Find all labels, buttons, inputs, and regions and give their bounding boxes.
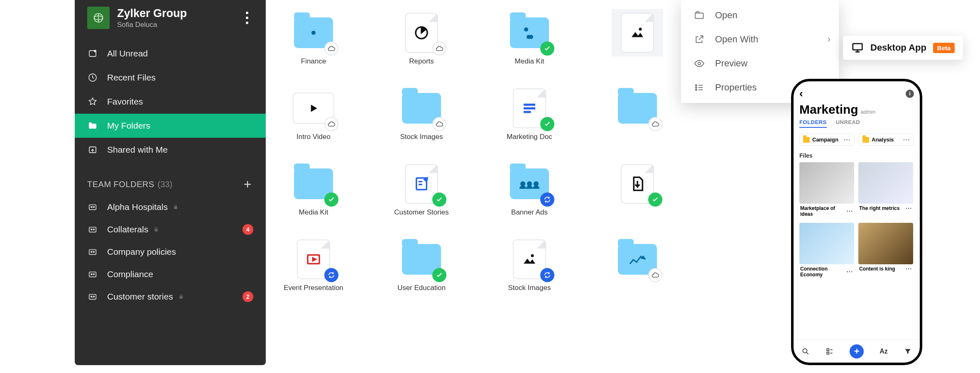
svg-point-19 xyxy=(91,296,92,297)
nav-label: Shared with Me xyxy=(107,145,168,155)
mobile-card[interactable]: The right metrics··· xyxy=(858,162,913,219)
desktop-app-submenu[interactable]: Desktop App Beta xyxy=(843,36,963,60)
sort-button[interactable]: Az xyxy=(880,348,888,355)
file-thumb xyxy=(292,164,335,203)
team-folder-icon xyxy=(87,269,98,280)
team-item-label: Alpha Hospitals xyxy=(107,202,168,212)
syncing-badge xyxy=(540,193,554,207)
share-icon xyxy=(87,144,98,155)
team-item-compliance[interactable]: Compliance xyxy=(75,263,266,285)
chip-campaign[interactable]: Campaign··· xyxy=(799,134,855,146)
list-icon xyxy=(693,82,705,93)
ctx-label: Preview xyxy=(715,58,747,69)
mobile-card[interactable]: Content is king··· xyxy=(858,223,913,279)
tab-unread[interactable]: UNREAD xyxy=(836,119,860,128)
file-item[interactable]: Event Presentation xyxy=(282,240,345,292)
team-item-company-policies[interactable]: Company policies xyxy=(75,241,266,263)
ctx-open[interactable]: Open xyxy=(681,3,839,27)
svg-point-10 xyxy=(91,229,92,230)
ctx-preview[interactable]: Preview xyxy=(681,51,839,76)
ctx-open-with[interactable]: Open With › xyxy=(681,27,839,51)
filter-icon[interactable] xyxy=(904,347,912,356)
team-folder-icon xyxy=(87,246,98,257)
chevron-right-icon: › xyxy=(828,34,831,45)
chip-analysis[interactable]: Analysis··· xyxy=(859,134,914,146)
file-item[interactable]: Intro Video xyxy=(282,89,345,141)
file-item[interactable]: Finance xyxy=(282,13,345,66)
file-item[interactable]: Stock Images xyxy=(390,89,453,141)
team-item-label: Compliance xyxy=(107,269,153,279)
svg-point-16 xyxy=(91,274,92,275)
chip-more[interactable]: ··· xyxy=(903,137,910,143)
card-more[interactable]: ··· xyxy=(847,208,853,214)
file-thumb xyxy=(508,13,551,52)
sidebar-more-button[interactable] xyxy=(241,12,253,24)
svg-rect-15 xyxy=(89,272,96,277)
nav-favorites[interactable]: Favorites xyxy=(75,90,266,114)
nav-shared-with-me[interactable]: Shared with Me xyxy=(75,138,266,162)
svg-point-17 xyxy=(93,274,94,275)
svg-point-13 xyxy=(91,251,92,253)
add-button[interactable]: + xyxy=(850,344,864,358)
mobile-tabs: FOLDERS UNREAD xyxy=(794,117,920,132)
lock-icon xyxy=(173,204,179,210)
file-item[interactable]: Media Kit xyxy=(498,13,561,66)
file-item[interactable] xyxy=(606,13,669,66)
mobile-card[interactable]: Marketplace of ideas··· xyxy=(799,162,854,219)
synced-badge xyxy=(432,193,446,207)
chip-more[interactable]: ··· xyxy=(844,137,851,143)
nav-recent-files[interactable]: Recent Files xyxy=(75,66,266,90)
synced-badge xyxy=(432,268,446,282)
file-item[interactable]: Media Kit xyxy=(282,164,345,217)
chip-label: Analysis xyxy=(872,137,894,143)
add-team-folder-button[interactable]: + xyxy=(242,178,253,190)
user-name: Sofia Deluca xyxy=(117,21,241,29)
svg-point-3 xyxy=(94,50,96,52)
file-thumb xyxy=(508,89,551,128)
unread-badge: 2 xyxy=(243,291,253,302)
mobile-card[interactable]: Connection Economy··· xyxy=(799,223,854,279)
file-item[interactable] xyxy=(606,240,669,292)
file-item[interactable] xyxy=(606,164,669,217)
cloud-badge xyxy=(432,41,446,56)
svg-point-14 xyxy=(93,251,94,253)
file-label: Finance xyxy=(301,57,326,66)
nav-all-unread[interactable]: All Unread xyxy=(75,41,266,66)
nav-my-folders[interactable]: My Folders xyxy=(75,114,266,138)
cloud-badge xyxy=(432,117,446,131)
team-item-customer-stories[interactable]: Customer stories 2 xyxy=(75,285,266,308)
card-thumbnail xyxy=(858,223,913,264)
file-label: Customer Stories xyxy=(394,208,448,217)
card-more[interactable]: ··· xyxy=(906,266,912,272)
file-item[interactable]: Reports xyxy=(390,13,453,66)
view-toggle-icon[interactable] xyxy=(826,347,834,356)
file-item[interactable]: Banner Ads xyxy=(498,164,561,217)
mobile-preview: ‹ i Marketingadmin FOLDERS UNREAD Campai… xyxy=(791,79,922,365)
files-section-label: Files xyxy=(794,150,920,161)
file-item[interactable]: Customer Stories xyxy=(390,164,453,217)
search-icon[interactable] xyxy=(801,347,810,356)
card-more[interactable]: ··· xyxy=(847,269,853,275)
cloud-badge xyxy=(324,117,338,131)
lock-icon xyxy=(178,294,184,300)
card-more[interactable]: ··· xyxy=(906,205,912,211)
team-item-collaterals[interactable]: Collaterals 4 xyxy=(75,218,266,241)
file-grid: FinanceReportsMedia KitIntro VideoStock … xyxy=(282,13,698,292)
file-label: User Education xyxy=(397,284,446,292)
back-button[interactable]: ‹ xyxy=(799,87,803,100)
file-thumb xyxy=(616,89,659,128)
file-label: Media Kit xyxy=(515,57,544,66)
file-item[interactable]: User Education xyxy=(390,240,453,292)
team-item-alpha-hospitals[interactable]: Alpha Hospitals xyxy=(75,196,266,218)
file-item[interactable]: Stock Images xyxy=(498,240,561,292)
tab-folders[interactable]: FOLDERS xyxy=(799,119,827,128)
file-item[interactable] xyxy=(606,89,669,141)
file-thumb xyxy=(400,89,443,128)
file-label: Media Kit xyxy=(299,208,328,217)
info-button[interactable]: i xyxy=(906,90,914,98)
file-label: Marketing Doc xyxy=(507,133,552,141)
file-item[interactable]: Marketing Doc xyxy=(498,89,561,141)
image-thumbnail xyxy=(621,13,654,53)
cloud-badge xyxy=(324,41,338,56)
svg-rect-18 xyxy=(89,295,96,300)
